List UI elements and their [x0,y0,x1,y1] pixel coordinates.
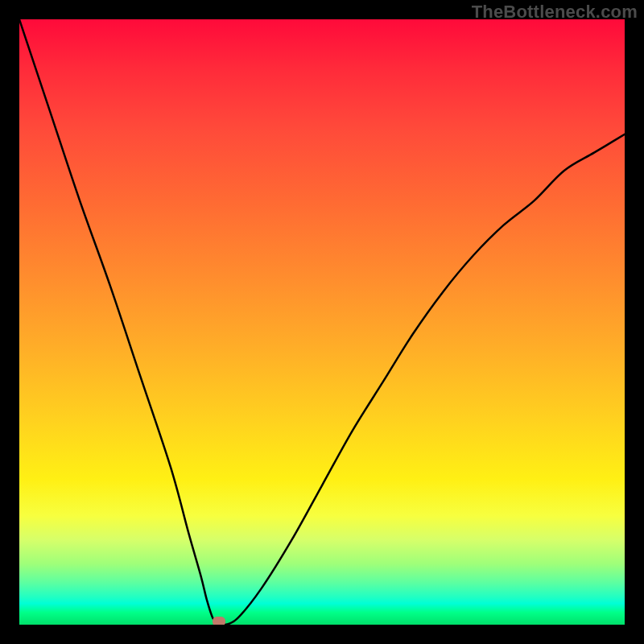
watermark-text: TheBottleneck.com [472,2,638,23]
minimum-marker [213,617,225,625]
plot-area [19,19,625,625]
bottleneck-curve [19,19,625,625]
chart-frame: TheBottleneck.com [0,0,644,644]
